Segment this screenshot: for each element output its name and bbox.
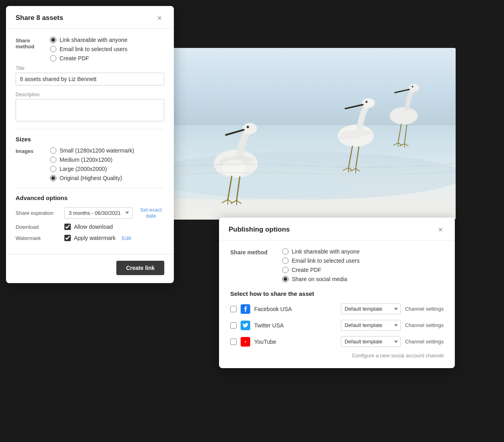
watermark-row: Watermark Apply watermark Edit: [16, 235, 164, 241]
advanced-options-title: Advanced options: [16, 194, 164, 201]
share-method-email-label: Email link to selected users: [60, 46, 127, 52]
facebook-name: Facebook USA: [254, 306, 337, 312]
pub-email-radio[interactable]: [282, 258, 289, 264]
images-label: Images: [16, 147, 44, 178]
images-section: Images Small (1280x1200 watermark) Mediu…: [16, 147, 164, 181]
size-medium-option[interactable]: Medium (1200x1200): [50, 157, 134, 163]
facebook-row: Facebook USA Default template Channel se…: [230, 303, 444, 314]
publish-modal-header: Publishing options ×: [219, 218, 455, 240]
description-label: Description: [16, 92, 164, 97]
size-large-option[interactable]: Large (2000x2000): [50, 166, 134, 172]
svg-point-7: [222, 160, 246, 176]
create-link-button[interactable]: Create link: [116, 261, 164, 275]
description-section: Description: [16, 92, 164, 123]
title-input[interactable]: [16, 73, 164, 85]
size-large-label: Large (2000x2000): [60, 166, 107, 172]
divider-1: [16, 129, 164, 129]
apply-watermark-label: Apply watermark: [74, 235, 116, 241]
share-method-pdf-radio[interactable]: [50, 55, 56, 61]
share-method-pdf-option[interactable]: Create PDF: [50, 55, 127, 61]
twitter-icon: [241, 321, 250, 330]
allow-download-label: Allow download: [74, 224, 113, 230]
publish-share-method-section: Share method Link shareable with anyone …: [230, 248, 444, 282]
watermark-edit-button[interactable]: Edit: [122, 235, 131, 241]
pub-social-radio[interactable]: [282, 276, 289, 282]
facebook-template-select[interactable]: Default template: [341, 303, 401, 314]
size-small-label: Small (1280x1200 watermark): [60, 147, 134, 154]
size-medium-radio[interactable]: [50, 157, 56, 163]
share-method-label: Share method: [16, 37, 44, 58]
size-original-label: Original (Highest Quality): [60, 175, 122, 181]
watermark-label: Watermark: [16, 235, 60, 241]
allow-download-option[interactable]: Allow download: [64, 224, 113, 230]
youtube-checkbox[interactable]: [230, 339, 237, 345]
svg-point-14: [409, 84, 419, 92]
pub-email-option[interactable]: Email link to selected users: [282, 258, 360, 264]
facebook-checkbox[interactable]: [230, 306, 237, 312]
share-assets-modal: Share 8 assets × Share method Link share…: [6, 6, 174, 283]
size-small-radio[interactable]: [50, 147, 56, 154]
svg-point-13: [390, 107, 418, 125]
title-section: Title: [16, 65, 164, 85]
download-label: Download: [16, 224, 60, 230]
size-small-option[interactable]: Small (1280x1200 watermark): [50, 147, 134, 154]
apply-watermark-checkbox[interactable]: [64, 235, 71, 241]
pub-social-option[interactable]: Share on social media: [282, 276, 360, 282]
select-share-heading: Select how to share the asset: [230, 290, 444, 297]
share-method-link-option[interactable]: Link shareable with anyone: [50, 37, 127, 43]
apply-watermark-option[interactable]: Apply watermark: [64, 235, 116, 241]
share-method-radio-group: Link shareable with anyone Email link to…: [50, 37, 127, 61]
configure-social-channel-link[interactable]: Configure a new social account channel: [230, 353, 444, 359]
watermark-controls: Apply watermark Edit: [64, 235, 131, 241]
share-method-section: Share method Link shareable with anyone …: [16, 37, 164, 61]
pub-pdf-radio[interactable]: [282, 267, 289, 273]
pub-pdf-option[interactable]: Create PDF: [282, 267, 360, 273]
svg-line-16: [398, 124, 401, 143]
description-input[interactable]: [16, 99, 164, 121]
size-large-radio[interactable]: [50, 166, 56, 172]
share-modal-footer: Create link: [6, 254, 174, 283]
set-exact-date-button[interactable]: Set exact date: [137, 207, 164, 219]
allow-download-checkbox[interactable]: [64, 224, 71, 230]
size-medium-label: Medium (1200x1200): [60, 157, 112, 163]
twitter-template-select[interactable]: Default template: [341, 320, 401, 331]
share-method-email-radio[interactable]: [50, 46, 56, 52]
share-expiration-label: Share expiration: [16, 210, 60, 216]
share-modal-header: Share 8 assets ×: [6, 6, 174, 29]
share-expiration-select[interactable]: 3 months - 06/30/2021: [64, 207, 133, 219]
publish-modal-title: Publishing options: [229, 226, 290, 234]
publishing-options-modal: Publishing options × Share method Link s…: [219, 218, 455, 368]
size-original-option[interactable]: Original (Highest Quality): [50, 175, 134, 181]
share-method-link-radio[interactable]: [50, 37, 56, 43]
twitter-channel-settings-link[interactable]: Channel settings: [405, 322, 444, 328]
svg-point-9: [362, 98, 375, 108]
youtube-row: YouTube Default template Channel setting…: [230, 336, 444, 347]
pub-email-label: Email link to selected users: [292, 258, 360, 264]
publish-share-method-label: Share method: [230, 248, 274, 282]
facebook-icon: [241, 304, 250, 314]
svg-point-4: [247, 126, 249, 128]
twitter-name: Twitter USA: [254, 322, 337, 329]
youtube-name: YouTube: [254, 339, 337, 345]
pub-link-radio[interactable]: [282, 248, 289, 255]
youtube-template-select[interactable]: Default template: [341, 336, 401, 347]
pub-link-option[interactable]: Link shareable with anyone: [282, 248, 360, 255]
share-method-link-label: Link shareable with anyone: [60, 37, 127, 43]
share-method-email-option[interactable]: Email link to selected users: [50, 46, 127, 52]
publish-modal-close-button[interactable]: ×: [436, 225, 445, 234]
svg-line-17: [404, 125, 407, 144]
youtube-channel-settings-link[interactable]: Channel settings: [405, 339, 444, 345]
svg-point-10: [366, 101, 368, 103]
images-radio-group: Small (1280x1200 watermark) Medium (1200…: [50, 147, 134, 181]
youtube-icon: [241, 337, 250, 347]
divider-2: [16, 188, 164, 188]
share-modal-body: Share method Link shareable with anyone …: [6, 29, 174, 254]
share-modal-close-button[interactable]: ×: [155, 13, 164, 23]
twitter-checkbox[interactable]: [230, 322, 237, 329]
title-label: Title: [16, 65, 164, 71]
size-original-radio[interactable]: [50, 175, 56, 181]
pub-link-label: Link shareable with anyone: [292, 248, 360, 255]
facebook-channel-settings-link[interactable]: Channel settings: [405, 306, 444, 312]
pub-social-label: Share on social media: [292, 276, 347, 282]
pub-pdf-label: Create PDF: [292, 267, 321, 273]
